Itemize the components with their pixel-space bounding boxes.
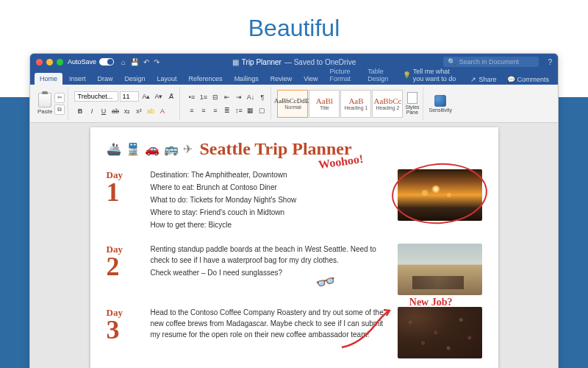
window-maximize[interactable] — [57, 59, 63, 66]
autosave-label: AutoSave — [68, 58, 96, 66]
style-label: Title — [320, 105, 329, 110]
ink-annotation-newjob: New Job? — [409, 297, 453, 308]
word-doc-icon: ▦ — [232, 58, 239, 66]
hero-title: Beautiful — [0, 15, 588, 42]
style-normal[interactable]: AaBbCcDdEeNormal — [277, 90, 308, 118]
italic-button[interactable]: I — [86, 105, 97, 116]
sensitivity-icon — [434, 95, 446, 107]
day1-image[interactable] — [398, 169, 482, 221]
subscript-button[interactable]: x₂ — [121, 105, 132, 116]
ship-icon: 🚢 — [107, 142, 121, 156]
justify-button[interactable]: ≣ — [221, 105, 232, 116]
window-close[interactable] — [36, 59, 43, 66]
tab-draw[interactable]: Draw — [93, 73, 118, 85]
align-right-button[interactable]: ≡ — [209, 105, 220, 116]
sensitivity-label: Sensitivity — [429, 107, 453, 113]
tab-mailings[interactable]: Mailings — [229, 73, 264, 85]
day2-image[interactable] — [398, 244, 482, 295]
save-icon[interactable]: 💾 — [130, 58, 139, 66]
align-left-button[interactable]: ≡ — [186, 105, 197, 116]
bold-button[interactable]: B — [74, 105, 85, 116]
undo-icon[interactable]: ↶ — [143, 58, 149, 66]
style-label: Heading 2 — [376, 105, 400, 110]
tab-view[interactable]: View — [298, 73, 323, 85]
bullets-button[interactable]: •≡ — [186, 91, 197, 102]
train-icon: 🚆 — [126, 142, 140, 156]
clear-format-button[interactable]: A̸ — [165, 91, 176, 102]
numbering-button[interactable]: 1≡ — [198, 91, 209, 102]
tab-picture-format[interactable]: Picture Format — [325, 66, 362, 85]
line-spacing-button[interactable]: ↕≡ — [233, 105, 244, 116]
bus-icon: 🚌 — [164, 142, 179, 156]
font-family-select[interactable] — [74, 91, 118, 102]
strike-button[interactable]: ab — [110, 105, 121, 116]
window-minimize[interactable] — [46, 59, 53, 66]
tell-me-search[interactable]: 💡Tell me what you want to do — [398, 66, 464, 85]
tab-home[interactable]: Home — [35, 73, 62, 85]
decrease-indent-button[interactable]: ⇤ — [221, 91, 232, 102]
style-heading2[interactable]: AaBbCcHeading 2 — [372, 90, 403, 118]
borders-button[interactable]: ▢ — [257, 105, 268, 116]
cut-button[interactable]: ✂ — [54, 93, 65, 103]
font-size-select[interactable] — [120, 91, 139, 102]
multilevel-button[interactable]: ⊟ — [209, 91, 220, 102]
document-title: Seattle Trip Planner — [200, 139, 352, 159]
style-preview: AaBl — [316, 96, 333, 105]
increase-indent-button[interactable]: ⇥ — [233, 91, 244, 102]
styles-gallery[interactable]: AaBbCcDdEeNormal AaBlTitle AaBHeading 1 … — [277, 90, 403, 118]
tab-insert[interactable]: Insert — [64, 73, 91, 85]
frame-accent-left — [0, 97, 29, 368]
styles-pane-button[interactable]: Styles Pane — [405, 92, 419, 115]
toggle-switch-icon — [99, 58, 114, 66]
clipboard-icon — [38, 93, 51, 107]
underline-button[interactable]: U — [98, 105, 109, 116]
style-label: Heading 1 — [345, 105, 368, 110]
tab-layout[interactable]: Layout — [152, 73, 182, 85]
search-input[interactable] — [459, 58, 534, 66]
styles-pane-label: Styles Pane — [405, 105, 419, 115]
sensitivity-button[interactable]: Sensitivity — [429, 95, 453, 113]
day1-text: Destination: The Amphitheater, Downtown … — [151, 169, 386, 232]
redo-icon[interactable]: ↷ — [154, 58, 159, 66]
comment-icon: 💬 — [507, 76, 515, 83]
share-button[interactable]: ↗Share — [466, 74, 501, 85]
increase-font-button[interactable]: A▴ — [140, 91, 151, 102]
copy-button[interactable]: ⧉ — [54, 105, 65, 115]
word-window: AutoSave ⌂ 💾 ↶ ↷ ▦ Trip Planner — Saved … — [29, 53, 559, 368]
sort-button[interactable]: A↓ — [245, 91, 256, 102]
pilcrow-button[interactable]: ¶ — [257, 91, 268, 102]
shading-button[interactable]: ▦ — [245, 105, 256, 116]
frame-accent-right — [559, 97, 588, 368]
titlebar: AutoSave ⌂ 💾 ↶ ↷ ▦ Trip Planner — Saved … — [30, 54, 558, 70]
tab-review[interactable]: Review — [265, 73, 298, 85]
home-icon[interactable]: ⌂ — [121, 58, 126, 66]
superscript-button[interactable]: x² — [133, 105, 144, 116]
highlight-button[interactable]: ab — [145, 105, 156, 116]
paste-button[interactable]: Paste — [37, 93, 52, 115]
transport-icons: 🚢 🚆 🚗 🚌 ✈ — [107, 142, 193, 156]
style-preview: AaBbCcDdEe — [274, 97, 312, 105]
day2-text: Renting standup paddle boards at the bea… — [151, 244, 386, 280]
comments-button[interactable]: 💬Comments — [503, 74, 554, 85]
tab-design[interactable]: Design — [120, 73, 151, 85]
page: 🚢 🚆 🚗 🚌 ✈ Seattle Trip Planner Woohoo! D… — [90, 127, 498, 368]
help-icon[interactable]: ? — [548, 58, 552, 66]
day-number: 1 — [107, 181, 139, 204]
style-title[interactable]: AaBlTitle — [309, 90, 340, 118]
ink-sunglasses-drawing: 👓 — [314, 271, 338, 294]
decrease-font-button[interactable]: A▾ — [153, 91, 164, 102]
car-icon: 🚗 — [145, 142, 159, 156]
align-center-button[interactable]: ≡ — [198, 105, 209, 116]
tab-table-design[interactable]: Table Design — [362, 66, 396, 85]
font-color-button[interactable]: A — [157, 105, 168, 116]
ink-circle-annotation — [390, 160, 489, 227]
pane-icon — [407, 92, 417, 104]
ribbon: Paste ✂ ⧉ A▴ A▾ A̸ B I U — [30, 85, 558, 123]
document-canvas[interactable]: 🚢 🚆 🚗 🚌 ✈ Seattle Trip Planner Woohoo! D… — [30, 123, 558, 368]
style-label: Normal — [284, 105, 301, 110]
style-heading1[interactable]: AaBHeading 1 — [340, 90, 371, 118]
tab-references[interactable]: References — [184, 73, 228, 85]
day3-image[interactable] — [398, 307, 482, 358]
day3-text: Head to the Contoso Coffee Company Roast… — [151, 307, 386, 342]
autosave-toggle[interactable]: AutoSave — [68, 58, 114, 66]
